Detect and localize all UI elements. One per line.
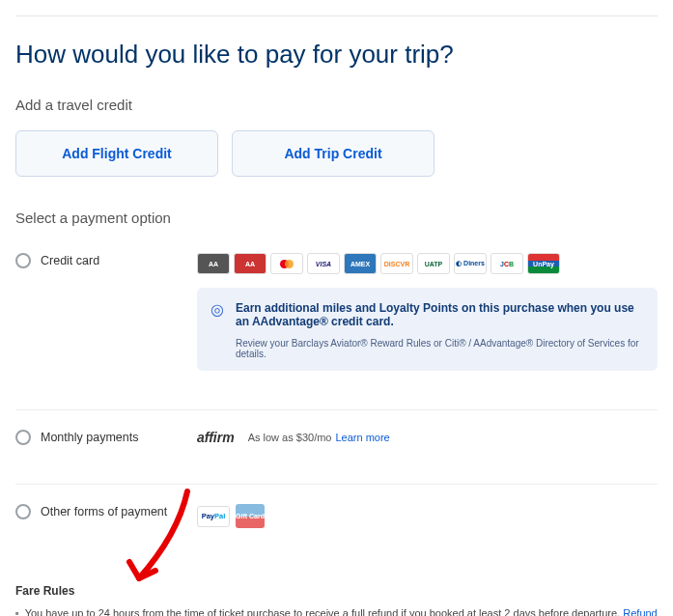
other-payment-radio[interactable] <box>15 504 31 519</box>
add-trip-credit-button[interactable]: Add Trip Credit <box>232 130 435 177</box>
other-payment-label: Other forms of payment <box>41 505 167 518</box>
card-icon-mastercard <box>270 253 303 274</box>
card-icon-discover: DISCVR <box>380 253 413 274</box>
monthly-payments-label: Monthly payments <box>41 431 138 444</box>
fare-rule-1: You have up to 24 hours from the time of… <box>15 607 658 616</box>
affirm-learn-more-link[interactable]: Learn more <box>335 432 389 443</box>
card-icon-uatp: UATP <box>417 253 450 274</box>
paypal-icon: PayPal <box>197 506 230 527</box>
miles-sub-text: Review your Barclays Aviator® Reward Rul… <box>236 338 644 359</box>
payment-option-label: Select a payment option <box>15 210 658 226</box>
gift-card-icon: Gift Card <box>236 504 265 528</box>
affirm-rate-text: As low as $30/mo <box>248 432 332 443</box>
card-icon-aa-dark: AA <box>197 253 230 274</box>
card-icon-visa: VISA <box>307 253 340 274</box>
page-title: How would you like to pay for your trip? <box>15 40 658 70</box>
card-icon-diners: ◐ Diners <box>454 253 487 274</box>
monthly-payments-radio[interactable] <box>15 430 31 445</box>
card-icon-unionpay: UnPay <box>527 253 560 274</box>
card-icon-jcb: JCB <box>491 253 523 274</box>
card-icon-aa-red: AA <box>234 253 266 274</box>
add-flight-credit-button[interactable]: Add Flight Credit <box>15 130 218 177</box>
loyalty-icon: ◎ <box>210 302 224 318</box>
card-brand-icons: AA AA VISA AMEX DISCVR UATP ◐ Diners JCB… <box>197 253 658 274</box>
card-icon-amex: AMEX <box>344 253 377 274</box>
miles-promo-text: Earn additional miles and Loyalty Points… <box>236 301 644 328</box>
affirm-logo: affirm <box>197 430 235 445</box>
travel-credit-label: Add a travel credit <box>15 97 658 113</box>
credit-card-label: Credit card <box>41 254 99 267</box>
credit-card-radio[interactable] <box>15 253 31 268</box>
fare-rules-heading: Fare Rules <box>15 584 658 598</box>
